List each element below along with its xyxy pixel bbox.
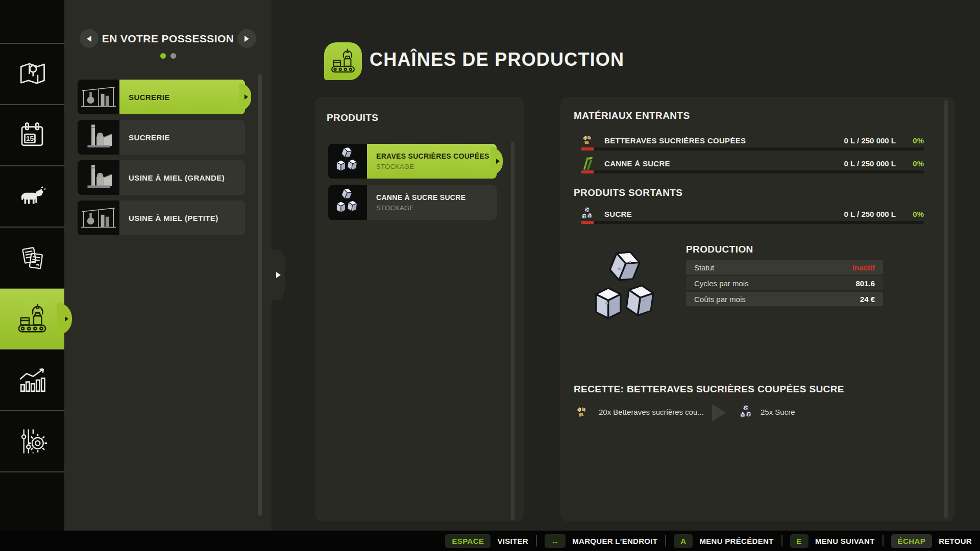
factory-thumbnail: [78, 80, 119, 114]
material-fill-percent: 0%: [896, 159, 924, 168]
factory-item-usine-miel-grande[interactable]: USINE À MIEL (GRANDE): [78, 160, 245, 195]
hint-visit[interactable]: ESPACE VISITER: [445, 534, 528, 548]
sugar-cubes-icon: [334, 147, 361, 176]
page-dots: [64, 53, 272, 59]
production-chain-icon: [330, 48, 356, 74]
factory-item-sucrerie-1[interactable]: SUCRERIE: [78, 80, 245, 114]
hint-back[interactable]: ÉCHAP RETOUR: [891, 534, 972, 548]
beet-pieces-icon: [575, 405, 589, 419]
sidebar-item-production[interactable]: [0, 289, 64, 350]
key-a: A: [674, 534, 693, 548]
recipe-row: 20x Betteraves sucrières cou... 25x Sucr…: [574, 402, 936, 423]
table-row-couts: Coûts par mois 24 €: [686, 292, 883, 306]
stat-label: Cycles par mois: [694, 279, 855, 288]
sidebar-item-contracts[interactable]: [0, 228, 64, 289]
products-title: PRODUITS: [327, 112, 378, 123]
hint-label: RETOUR: [939, 537, 972, 545]
sugar-product-image: [589, 245, 665, 337]
material-label: BETTERAVES SUCRIÈRES COUPÉES: [604, 136, 844, 145]
product-item-canne-sucre[interactable]: CANNE À SUCRE SUCRE STOCKAGE: [328, 185, 497, 220]
outputs-section-title: PRODUITS SORTANTS: [574, 187, 682, 198]
production-section-title: PRODUCTION: [686, 244, 753, 255]
recipe-title: RECETTE: BETTERAVES SUCRIÈRES COUPÉES SU…: [574, 384, 844, 395]
stat-label: Statut: [694, 263, 852, 272]
factory-list: SUCRERIE SUCRERIE USINE À MIEL (GRANDE) …: [78, 80, 245, 235]
calendar-icon: 15: [17, 120, 47, 150]
material-label: SUCRE: [604, 210, 844, 218]
owned-factories-panel: EN VOTRE POSSESSION SUCRERIE SUCRERIE US…: [64, 0, 272, 531]
input-row-canne: CANNE À SUCRE 0 L / 250 000 L 0%: [581, 156, 924, 171]
map-icon: [17, 59, 47, 89]
key-tab: ↔: [545, 534, 566, 548]
factory-item-sucrerie-2[interactable]: SUCRERIE: [78, 120, 245, 155]
hint-prev-menu[interactable]: A MENU PRÉCÉDENT: [674, 534, 773, 548]
product-thumbnail: [328, 185, 367, 220]
factory-label: SUCRERIE: [129, 133, 170, 142]
hint-separator: [883, 535, 884, 546]
factory-thumbnail: [78, 160, 119, 195]
product-item-betteraves-sucre[interactable]: ERAVES SUCRIÈRES COUPÉES STOCKAGE: [328, 144, 497, 179]
cow-icon: [17, 182, 47, 211]
factory-label-area: SUCRERIE: [119, 120, 245, 155]
next-page-button[interactable]: [237, 29, 256, 48]
factory-photo-icon: [80, 83, 117, 111]
product-list-scrollbar[interactable]: [511, 142, 514, 520]
input-row-betteraves: BETTERAVES SUCRIÈRES COUPÉES 0 L / 250 0…: [581, 133, 924, 148]
factory-photo-icon: [80, 163, 117, 192]
sugar-cubes-icon: [581, 207, 594, 221]
sidebar-item-animals[interactable]: [0, 166, 64, 228]
material-progress-bar: [581, 147, 924, 151]
hint-separator: [665, 535, 666, 546]
product-list: ERAVES SUCRIÈRES COUPÉES STOCKAGE CANNE …: [328, 144, 497, 220]
table-row-cycles: Cycles par mois 801.6: [686, 276, 883, 290]
chevron-right-icon: [65, 316, 68, 321]
page-dot[interactable]: [170, 53, 176, 59]
details-scrollbar[interactable]: [944, 100, 948, 518]
product-title: CANNE À SUCRE SUCRE: [376, 193, 497, 202]
arrow-right-icon: [276, 272, 281, 278]
selected-bump: [239, 83, 251, 111]
production-stats-table: Statut Inactif Cycles par mois 801.6 Coû…: [686, 260, 883, 308]
sidebar-item-statistics[interactable]: [0, 350, 64, 411]
stat-value-costs: 24 €: [860, 295, 875, 304]
sidebar-item-settings[interactable]: [0, 411, 64, 472]
progress-fill: [581, 221, 594, 224]
output-row-sucre: SUCRE 0 L / 250 000 L 0%: [581, 206, 924, 221]
hint-mark-spot[interactable]: ↔ MARQUER L'ENDROIT: [545, 534, 657, 548]
product-title: ERAVES SUCRIÈRES COUPÉES: [376, 152, 497, 160]
sidebar-item-calendar[interactable]: 15: [0, 105, 64, 166]
product-thumbnail: [328, 144, 367, 179]
prev-page-button[interactable]: [80, 29, 99, 48]
material-progress-bar: [581, 221, 924, 224]
key-espace: ESPACE: [445, 534, 491, 548]
owned-panel-header: EN VOTRE POSSESSION: [80, 29, 256, 48]
production-chains-screen: 15: [0, 0, 980, 551]
progress-fill: [581, 170, 594, 173]
panel-expand-handle[interactable]: [271, 249, 285, 300]
page-title: CHAÎNES DE PRODUCTION: [370, 49, 624, 70]
hint-label: MENU SUIVANT: [815, 537, 875, 545]
sugar-cubes-icon: [334, 188, 361, 217]
arrow-left-icon: [87, 36, 91, 42]
product-subtitle: STOCKAGE: [376, 204, 497, 212]
table-row-statut: Statut Inactif: [686, 260, 883, 274]
sidebar-item-map[interactable]: [0, 44, 64, 105]
stat-value-cycles: 801.6: [855, 279, 875, 288]
material-label: CANNE À SUCRE: [604, 159, 844, 168]
arrow-right-icon: [244, 36, 249, 42]
factory-thumbnail: [78, 201, 119, 235]
sugar-cane-icon: [581, 157, 594, 170]
owned-panel-title: EN VOTRE POSSESSION: [102, 33, 234, 45]
hint-next-menu[interactable]: E MENU SUIVANT: [790, 534, 875, 548]
stat-value-status: Inactif: [852, 263, 875, 272]
stat-label: Coûts par mois: [694, 295, 860, 304]
hint-label: MENU PRÉCÉDENT: [699, 537, 773, 545]
statistics-icon: [17, 365, 47, 395]
page-dot-active[interactable]: [160, 53, 166, 59]
factory-list-scrollbar[interactable]: [258, 74, 262, 516]
chevron-right-icon: [496, 159, 500, 164]
production-details-panel: MATÉRIAUX ENTRANTS BETTERAVES SUCRIÈRES …: [560, 97, 954, 521]
factory-item-usine-miel-petite[interactable]: USINE À MIEL (PETITE): [78, 201, 245, 235]
key-e: E: [790, 534, 808, 548]
key-hints-bar: ESPACE VISITER ↔ MARQUER L'ENDROIT A MEN…: [0, 531, 980, 551]
